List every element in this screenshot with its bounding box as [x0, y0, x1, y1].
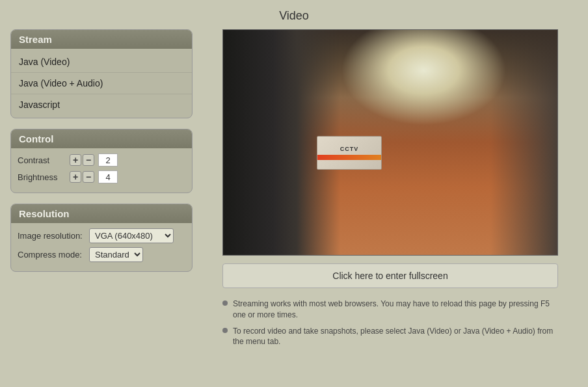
stream-item-javascript[interactable]: Javascript [11, 94, 192, 115]
resolution-panel: Resolution Image resolution: VGA (640x48… [10, 204, 193, 272]
stream-panel: Stream Java (Video) Java (Video + Audio)… [10, 29, 193, 118]
contrast-decrement-button[interactable]: − [83, 154, 94, 166]
note-text-2: To record video and take snapshots, plea… [233, 326, 558, 348]
contrast-increment-button[interactable]: + [70, 154, 81, 166]
contrast-label: Contrast [18, 155, 70, 165]
bullet-icon-2 [222, 328, 228, 333]
brightness-controls: + − 4 [70, 170, 118, 183]
contrast-value: 2 [98, 153, 118, 167]
brightness-decrement-button[interactable]: − [83, 171, 94, 183]
right-panel: CCTV Click here to enter fullscreen Stre… [203, 29, 578, 353]
stream-list: Java (Video) Java (Video + Audio) Javasc… [11, 49, 192, 118]
image-resolution-select[interactable]: VGA (640x480) QVGA (320x240) SVGA (800x6… [89, 228, 174, 243]
stream-header: Stream [11, 30, 192, 49]
video-frame: CCTV [222, 29, 558, 256]
image-resolution-row: Image resolution: VGA (640x480) QVGA (32… [18, 228, 185, 243]
cctv-box: CCTV [317, 136, 382, 170]
control-header: Control [11, 129, 192, 148]
compress-mode-row: Compress mode: Standard High Low [18, 247, 185, 262]
image-resolution-label: Image resolution: [18, 231, 89, 241]
compress-mode-label: Compress mode: [18, 250, 89, 260]
contrast-row: Contrast + − 2 [18, 153, 185, 167]
stream-item-java-video[interactable]: Java (Video) [11, 51, 192, 73]
resolution-body: Image resolution: VGA (640x480) QVGA (32… [11, 223, 192, 271]
note-item-2: To record video and take snapshots, plea… [222, 326, 558, 348]
page-title: Video [0, 0, 588, 29]
brightness-label: Brightness [18, 172, 70, 182]
notes-section: Streaming works with most web browsers. … [222, 299, 558, 353]
video-background: CCTV [223, 30, 557, 255]
contrast-controls: + − 2 [70, 153, 118, 167]
control-body: Contrast + − 2 Brightness + − 4 [11, 148, 192, 193]
note-item-1: Streaming works with most web browsers. … [222, 299, 558, 321]
control-panel: Control Contrast + − 2 Brightness + [10, 129, 193, 193]
cctv-stripe [317, 155, 381, 160]
bullet-icon-1 [222, 300, 228, 306]
brightness-value: 4 [98, 170, 118, 183]
fullscreen-button[interactable]: Click here to enter fullscreen [222, 263, 558, 288]
brightness-row: Brightness + − 4 [18, 170, 185, 183]
resolution-header: Resolution [11, 204, 192, 223]
note-text-1: Streaming works with most web browsers. … [233, 299, 558, 321]
left-panel: Stream Java (Video) Java (Video + Audio)… [10, 29, 193, 353]
brightness-increment-button[interactable]: + [70, 171, 81, 183]
cctv-text: CCTV [340, 146, 359, 152]
stream-item-java-video-audio[interactable]: Java (Video + Audio) [11, 73, 192, 94]
compress-mode-select[interactable]: Standard High Low [89, 247, 143, 262]
